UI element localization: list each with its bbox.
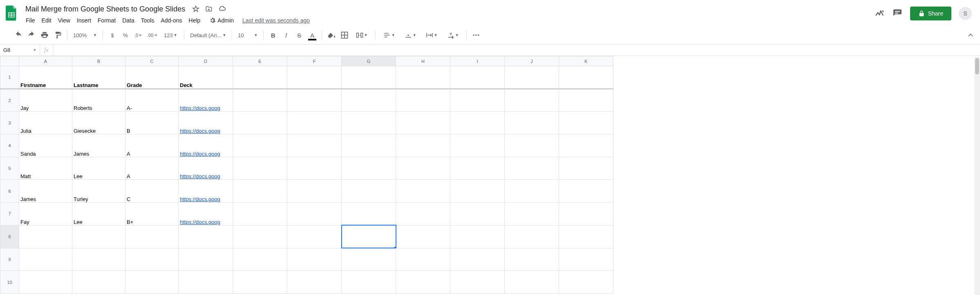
- cell-A6[interactable]: James: [19, 180, 72, 203]
- column-header-J[interactable]: J: [505, 56, 559, 66]
- menu-view[interactable]: View: [55, 16, 73, 25]
- cell-K2[interactable]: [559, 89, 613, 112]
- vertical-align-button[interactable]: ▼: [400, 29, 421, 41]
- cell-A3[interactable]: Julia: [19, 112, 72, 134]
- percent-button[interactable]: %: [119, 29, 132, 41]
- vertical-scrollbar[interactable]: [974, 57, 980, 294]
- menu-tools[interactable]: Tools: [138, 16, 157, 25]
- activity-icon[interactable]: [874, 8, 885, 19]
- row-header-9[interactable]: 9: [0, 248, 19, 271]
- cell-A10[interactable]: [19, 271, 72, 294]
- sheets-logo[interactable]: [3, 5, 20, 21]
- cell-J8[interactable]: [505, 225, 559, 248]
- more-toolbar-button[interactable]: [470, 29, 482, 41]
- cell-C8[interactable]: [125, 225, 179, 248]
- column-header-E[interactable]: E: [233, 56, 287, 66]
- formula-input[interactable]: [53, 45, 980, 56]
- cell-K3[interactable]: [559, 112, 613, 134]
- cell-G8[interactable]: [342, 225, 396, 248]
- cell-C6[interactable]: C: [125, 180, 179, 203]
- cell-K4[interactable]: [559, 134, 613, 157]
- undo-button[interactable]: [12, 29, 25, 41]
- cell-D6[interactable]: https://docs.goog: [179, 180, 233, 203]
- cell-D7[interactable]: https://docs.goog: [179, 203, 233, 226]
- row-header-10[interactable]: 10: [0, 271, 19, 294]
- cell-F8[interactable]: [287, 225, 342, 248]
- cell-K8[interactable]: [559, 225, 613, 248]
- account-avatar[interactable]: S: [959, 7, 972, 20]
- cell-E8[interactable]: [233, 225, 287, 248]
- column-header-F[interactable]: F: [287, 56, 342, 66]
- star-icon[interactable]: [191, 4, 201, 14]
- cell-D2[interactable]: https://docs.goog: [179, 89, 233, 112]
- menu-help[interactable]: Help: [186, 16, 204, 25]
- cell-B3[interactable]: Giesecke: [72, 112, 125, 134]
- column-header-C[interactable]: C: [125, 56, 179, 66]
- cell-B9[interactable]: [72, 248, 125, 271]
- paint-format-button[interactable]: [51, 29, 64, 41]
- bold-button[interactable]: B: [267, 29, 279, 41]
- cell-G1[interactable]: [342, 66, 396, 89]
- row-header-1[interactable]: 1: [0, 66, 19, 89]
- column-header-K[interactable]: K: [559, 56, 613, 66]
- menu-data[interactable]: Data: [119, 16, 137, 25]
- cell-B2[interactable]: Roberts: [72, 89, 125, 112]
- cell-H1[interactable]: [396, 66, 450, 89]
- cell-G7[interactable]: [342, 203, 396, 226]
- cell-K6[interactable]: [559, 180, 613, 203]
- cell-F4[interactable]: [287, 134, 342, 157]
- column-header-B[interactable]: B: [72, 56, 125, 66]
- cell-I4[interactable]: [450, 134, 505, 157]
- share-button[interactable]: Share: [910, 7, 951, 20]
- cell-E5[interactable]: [233, 157, 287, 180]
- cell-I8[interactable]: [450, 225, 505, 248]
- fill-color-button[interactable]: [325, 29, 338, 41]
- row-header-7[interactable]: 7: [0, 203, 19, 226]
- cell-C5[interactable]: A: [125, 157, 179, 180]
- last-edit-link[interactable]: Last edit was seconds ago: [242, 17, 310, 24]
- expand-toolbar-button[interactable]: [964, 29, 977, 41]
- cell-I6[interactable]: [450, 180, 505, 203]
- cell-F2[interactable]: [287, 89, 342, 112]
- cell-I2[interactable]: [450, 89, 505, 112]
- menu-file[interactable]: File: [23, 16, 38, 25]
- cell-B10[interactable]: [72, 271, 125, 294]
- font-select[interactable]: Default (Ari...▼: [188, 29, 228, 41]
- cell-H10[interactable]: [396, 271, 450, 294]
- cloud-status-icon[interactable]: [217, 4, 227, 14]
- cell-B4[interactable]: James: [72, 134, 125, 157]
- cell-I9[interactable]: [450, 248, 505, 271]
- horizontal-align-button[interactable]: ▼: [379, 29, 399, 41]
- cell-A5[interactable]: Matt: [19, 157, 72, 180]
- cell-A7[interactable]: Fay: [19, 203, 72, 226]
- cell-B5[interactable]: Lee: [72, 157, 125, 180]
- cell-B7[interactable]: Lee: [72, 203, 125, 226]
- cell-K9[interactable]: [559, 248, 613, 271]
- cell-D1[interactable]: Deck: [179, 66, 233, 89]
- italic-button[interactable]: I: [280, 29, 292, 41]
- cell-H9[interactable]: [396, 248, 450, 271]
- column-header-D[interactable]: D: [179, 56, 233, 66]
- cell-E1[interactable]: [233, 66, 287, 89]
- font-size-select[interactable]: 10▼: [235, 29, 260, 41]
- cell-K1[interactable]: [559, 66, 613, 89]
- document-title[interactable]: Mail Merge from Google Sheets to Google …: [23, 4, 188, 14]
- cell-H2[interactable]: [396, 89, 450, 112]
- decrease-decimal-button[interactable]: .0: [132, 29, 145, 41]
- cell-C1[interactable]: Grade: [125, 66, 179, 89]
- row-header-4[interactable]: 4: [0, 134, 19, 157]
- cell-A9[interactable]: [19, 248, 72, 271]
- cell-F9[interactable]: [287, 248, 342, 271]
- deck-link[interactable]: https://docs.goog: [180, 151, 220, 157]
- cell-G6[interactable]: [342, 180, 396, 203]
- row-header-2[interactable]: 2: [0, 89, 19, 112]
- cell-F7[interactable]: [287, 203, 342, 226]
- cell-J10[interactable]: [505, 271, 559, 294]
- comments-icon[interactable]: [892, 8, 903, 19]
- cell-H7[interactable]: [396, 203, 450, 226]
- menu-addons[interactable]: Add-ons: [158, 16, 185, 25]
- cell-G9[interactable]: [342, 248, 396, 271]
- deck-link[interactable]: https://docs.goog: [180, 128, 220, 134]
- text-color-button[interactable]: A: [306, 29, 318, 41]
- column-header-A[interactable]: A: [19, 56, 72, 66]
